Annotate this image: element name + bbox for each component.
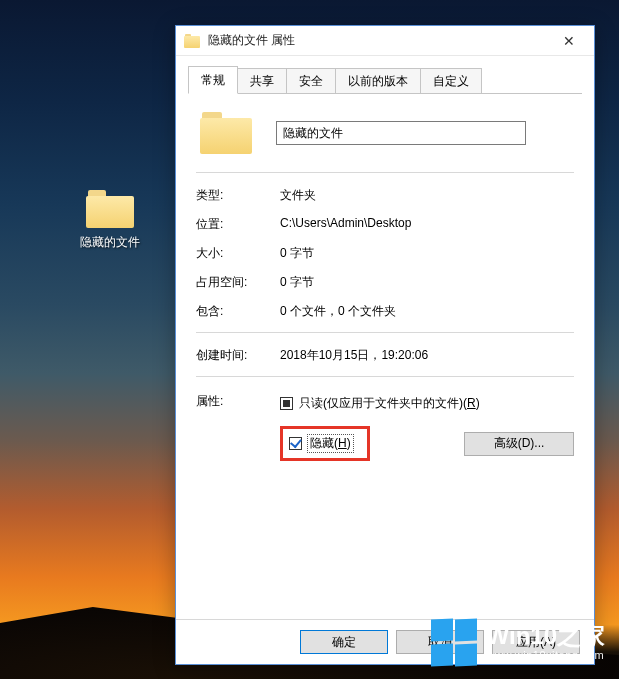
folder-icon[interactable] (200, 112, 252, 154)
cancel-button[interactable]: 取消 (396, 630, 484, 654)
desktop-folder-icon[interactable]: 隐藏的文件 (70, 190, 150, 251)
readonly-checkbox-row[interactable]: 只读(仅应用于文件夹中的文件)(R) (280, 395, 574, 412)
attributes-label: 属性: (196, 391, 280, 410)
disk-size-value: 0 字节 (280, 274, 574, 291)
contains-value: 0 个文件，0 个文件夹 (280, 303, 574, 320)
hidden-label: 隐藏(H) (308, 435, 353, 452)
separator (196, 376, 574, 377)
close-button[interactable]: ✕ (546, 26, 592, 55)
contains-label: 包含: (196, 303, 280, 320)
location-label: 位置: (196, 216, 280, 233)
folder-icon (86, 190, 134, 228)
readonly-label: 只读(仅应用于文件夹中的文件)(R) (299, 395, 480, 412)
properties-dialog: 隐藏的文件 属性 ✕ 常规 共享 安全 以前的版本 自定义 类型: 文件夹 位置… (175, 25, 595, 665)
size-value: 0 字节 (280, 245, 574, 262)
highlighted-hidden-option: 隐藏(H) (280, 426, 370, 461)
type-label: 类型: (196, 187, 280, 204)
disk-size-label: 占用空间: (196, 274, 280, 291)
readonly-checkbox[interactable] (280, 397, 293, 410)
tab-sharing[interactable]: 共享 (237, 68, 287, 93)
location-value: C:\Users\Admin\Desktop (280, 216, 574, 230)
tab-strip: 常规 共享 安全 以前的版本 自定义 (188, 66, 582, 94)
tab-previous-versions[interactable]: 以前的版本 (335, 68, 421, 93)
created-label: 创建时间: (196, 347, 280, 364)
apply-button[interactable]: 应用(A) (492, 630, 580, 654)
folder-name-input[interactable] (276, 121, 526, 145)
dialog-content: 类型: 文件夹 位置: C:\Users\Admin\Desktop 大小: 0… (176, 94, 594, 619)
advanced-button[interactable]: 高级(D)... (464, 432, 574, 456)
window-title: 隐藏的文件 属性 (208, 32, 546, 49)
tab-security[interactable]: 安全 (286, 68, 336, 93)
separator (196, 332, 574, 333)
created-value: 2018年10月15日，19:20:06 (280, 347, 574, 364)
close-icon: ✕ (563, 33, 575, 49)
separator (196, 172, 574, 173)
type-value: 文件夹 (280, 187, 574, 204)
desktop-icon-label: 隐藏的文件 (70, 234, 150, 251)
ok-button[interactable]: 确定 (300, 630, 388, 654)
tab-general[interactable]: 常规 (188, 66, 238, 94)
dialog-footer: 确定 取消 应用(A) (176, 619, 594, 664)
size-label: 大小: (196, 245, 280, 262)
tab-customize[interactable]: 自定义 (420, 68, 482, 93)
titlebar[interactable]: 隐藏的文件 属性 ✕ (176, 26, 594, 56)
folder-icon (184, 34, 200, 48)
hidden-checkbox[interactable] (289, 437, 302, 450)
